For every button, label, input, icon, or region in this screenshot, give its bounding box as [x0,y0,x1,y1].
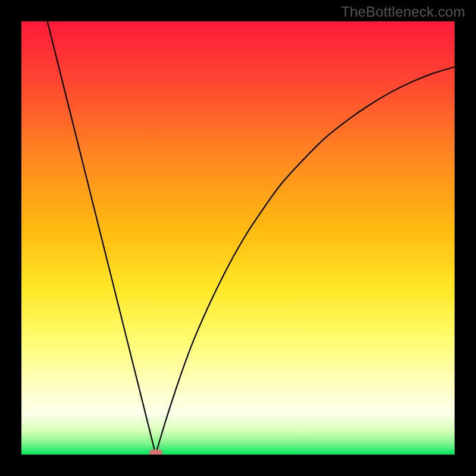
minimum-marker [149,450,162,455]
gradient-background [21,21,455,455]
chart-svg [21,21,455,455]
chart-frame: TheBottleneck.com [0,0,476,476]
watermark-text: TheBottleneck.com [341,4,465,20]
plot-area [21,21,455,455]
